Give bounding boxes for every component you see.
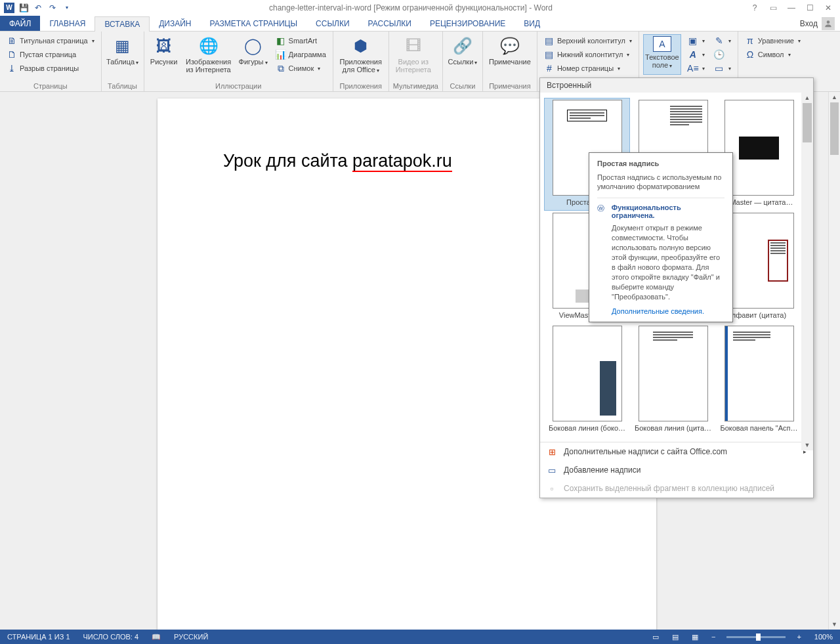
gallery-item-8[interactable]: Боковая панель "Асп… xyxy=(716,324,802,437)
smartart-label: SmartArt xyxy=(289,37,317,45)
scroll-up-icon[interactable]: ▲ xyxy=(829,92,840,102)
group-pages-label: Страницы xyxy=(4,81,97,90)
zoom-slider[interactable] xyxy=(726,636,786,638)
status-language[interactable]: РУССКИЙ xyxy=(172,633,210,641)
datetime-button[interactable]: 🕒 xyxy=(711,48,734,61)
draw-textbox-icon: ▭ xyxy=(547,465,557,475)
office-apps-button[interactable]: ⬢Приложения для Office▾ xyxy=(337,34,385,75)
comment-button[interactable]: 💬Примечание xyxy=(487,34,533,66)
screenshot-button[interactable]: ⧉Снимок▾ xyxy=(273,62,329,75)
avatar-icon xyxy=(822,17,835,30)
zoom-in-icon[interactable]: + xyxy=(795,633,803,641)
smartart-button[interactable]: ◧SmartArt xyxy=(273,34,329,47)
equation-label: Уравнение xyxy=(758,37,794,45)
shapes-button[interactable]: ◯Фигуры▾ xyxy=(238,34,269,75)
blank-page-button[interactable]: 🗋Пустая страница xyxy=(4,48,97,61)
zoom-out-icon[interactable]: − xyxy=(709,633,717,641)
text-site: paratapok.ru xyxy=(352,151,452,172)
tab-file[interactable]: ФАЙЛ xyxy=(0,16,40,31)
print-layout-icon[interactable]: ▤ xyxy=(670,633,681,641)
online-video-label: Видео из Интернета xyxy=(393,58,434,74)
status-words[interactable]: ЧИСЛО СЛОВ: 4 xyxy=(81,633,141,641)
minimize-icon[interactable]: — xyxy=(786,3,797,12)
tab-design[interactable]: ДИЗАЙН xyxy=(150,16,200,31)
tab-review[interactable]: РЕЦЕНЗИРОВАНИЕ xyxy=(421,16,514,31)
text-box-button[interactable]: AТекстовое поле▾ xyxy=(643,34,681,75)
pagenum-icon: # xyxy=(544,63,555,74)
online-pictures-button[interactable]: 🌐Изображения из Интернета xyxy=(184,34,234,75)
web-layout-icon[interactable]: ▦ xyxy=(690,633,700,641)
online-picture-icon: 🌐 xyxy=(198,35,219,56)
save-icon[interactable]: 💾 xyxy=(18,3,29,13)
qat-dropdown-icon[interactable]: ▾ xyxy=(62,3,72,13)
footer-button[interactable]: ▤Нижний колонтитул▾ xyxy=(541,48,635,61)
screenshot-label: Снимок xyxy=(289,64,314,72)
scroll-down-icon[interactable]: ▼ xyxy=(829,619,840,630)
ribbon-options-icon[interactable]: ▭ xyxy=(768,3,778,12)
scroll-thumb[interactable] xyxy=(830,102,839,155)
link-icon: 🔗 xyxy=(452,35,473,56)
gallery-scroll-down-icon[interactable]: ▼ xyxy=(801,440,813,450)
picture-icon: 🖼 xyxy=(154,35,175,56)
tooltip-link[interactable]: Дополнительные сведения. xyxy=(612,307,724,315)
login-area[interactable]: Вход xyxy=(800,16,840,31)
status-page[interactable]: СТРАНИЦА 1 ИЗ 1 xyxy=(5,633,72,641)
chart-button[interactable]: 📊Диаграмма xyxy=(273,48,329,61)
help-icon[interactable]: ? xyxy=(749,3,760,12)
signature-icon: ✎ xyxy=(714,35,724,46)
gallery-item-7[interactable]: Боковая линия (цита… xyxy=(630,324,716,437)
login-label: Вход xyxy=(800,19,818,28)
table-button[interactable]: ▦ Таблица▾ xyxy=(106,34,140,67)
screenshot-icon: ⧉ xyxy=(276,63,286,74)
thumb-8 xyxy=(724,326,794,421)
gallery-bottom: ⊞Дополнительные надписи с сайта Office.c… xyxy=(540,442,813,498)
wordart-button[interactable]: A▾ xyxy=(685,48,707,61)
thumb-6 xyxy=(553,326,622,421)
tooltip-warn-text: Функциональность ограничена. xyxy=(612,204,724,219)
page-number-label: Номер страницы xyxy=(557,64,614,72)
document-text[interactable]: Урок для сайта paratapok.ru xyxy=(223,151,591,171)
zoom-level[interactable]: 100% xyxy=(812,633,835,641)
tab-mailings[interactable]: РАССЫЛКИ xyxy=(359,16,421,31)
equation-button[interactable]: πУравнение▾ xyxy=(742,34,803,47)
proofing-icon[interactable]: 📖 xyxy=(150,633,163,641)
symbol-button[interactable]: ΩСимвол▾ xyxy=(742,48,803,61)
ribbon-tabs: ФАЙЛ ГЛАВНАЯ ВСТАВКА ДИЗАЙН РАЗМЕТКА СТР… xyxy=(0,16,840,32)
gallery-more-online[interactable]: ⊞Дополнительные надписи с сайта Office.c… xyxy=(540,442,813,461)
zoom-thumb[interactable] xyxy=(756,633,761,641)
gallery-item-6[interactable]: Боковая линия (боко… xyxy=(544,324,630,437)
group-media-label: Мультимедиа xyxy=(393,81,438,90)
page-break-button[interactable]: ⤓Разрыв страницы xyxy=(4,62,97,75)
gallery-scroll-thumb[interactable] xyxy=(803,103,812,142)
gallery-scroll-up-icon[interactable]: ▲ xyxy=(801,93,813,103)
gallery-header: Встроенный xyxy=(540,78,813,93)
gallery-draw-textbox[interactable]: ▭Добавление надписи xyxy=(540,461,813,479)
page-number-button[interactable]: #Номер страницы▾ xyxy=(541,62,635,75)
vertical-scrollbar[interactable]: ▲ ▼ xyxy=(828,92,840,630)
read-mode-icon[interactable]: ▭ xyxy=(650,633,661,641)
pictures-button[interactable]: 🖼Рисунки xyxy=(148,34,180,75)
maximize-icon[interactable]: ☐ xyxy=(805,3,815,12)
quickparts-button[interactable]: ▣▾ xyxy=(685,34,707,47)
redo-icon[interactable]: ↷ xyxy=(47,3,58,13)
tab-insert[interactable]: ВСТАВКА xyxy=(94,16,150,32)
close-icon[interactable]: ✕ xyxy=(823,3,833,12)
object-button[interactable]: ▭▾ xyxy=(711,62,734,75)
tab-references[interactable]: ССЫЛКИ xyxy=(306,16,358,31)
group-pages: 🗎Титульная страница▾ 🗋Пустая страница ⤓Р… xyxy=(0,32,102,91)
tab-view[interactable]: ВИД xyxy=(514,16,549,31)
tab-home[interactable]: ГЛАВНАЯ xyxy=(40,16,94,31)
group-illustrations-label: Иллюстрации xyxy=(148,81,329,90)
links-button[interactable]: 🔗Ссылки▾ xyxy=(447,34,478,67)
cover-page-button[interactable]: 🗎Титульная страница▾ xyxy=(4,34,97,47)
dropcap-button[interactable]: A≡▾ xyxy=(685,62,707,75)
gallery-save-label: Сохранить выделенный фрагмент в коллекци… xyxy=(564,484,774,493)
quick-access-toolbar: W 💾 ↶ ↷ ▾ xyxy=(0,3,72,13)
signature-button[interactable]: ✎▾ xyxy=(711,34,734,47)
tab-layout[interactable]: РАЗМЕТКА СТРАНИЦЫ xyxy=(201,16,307,31)
video-icon: 🎞 xyxy=(403,35,424,56)
header-button[interactable]: ▤Верхний колонтитул▾ xyxy=(541,34,635,47)
gallery-add-label: Добавление надписи xyxy=(564,465,641,475)
undo-icon[interactable]: ↶ xyxy=(33,3,43,13)
gallery-scrollbar[interactable]: ▲ ▼ xyxy=(801,93,813,450)
